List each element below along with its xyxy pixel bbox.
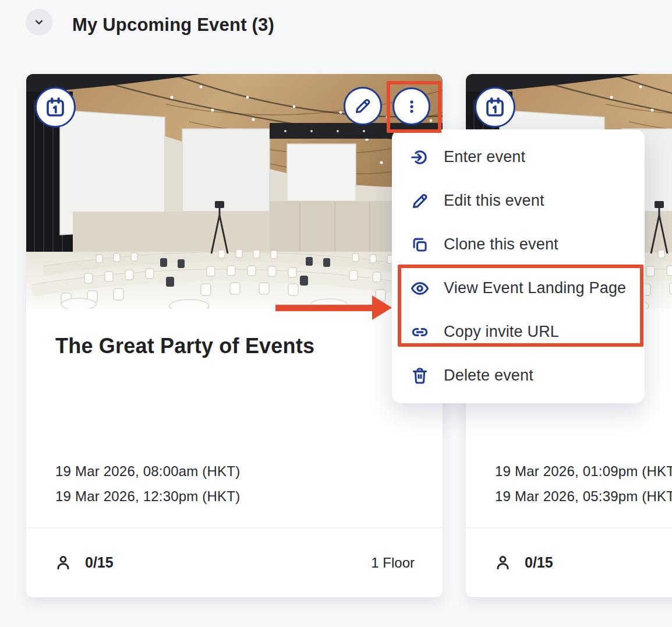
event-dates: 19 Mar 2026, 01:09pm (HKT) 19 Mar 2026, … bbox=[495, 459, 672, 509]
event-context-menu: Enter event Edit this event Clone this e… bbox=[392, 129, 645, 403]
annotation-arrow-line bbox=[275, 305, 373, 311]
section-title: My Upcoming Event (3) bbox=[72, 15, 274, 36]
attendees-count: 0/15 bbox=[85, 554, 114, 571]
chevron-down-icon bbox=[32, 15, 46, 29]
person-icon bbox=[494, 554, 512, 572]
eye-icon bbox=[410, 279, 430, 298]
menu-item-label: Copy invite URL bbox=[444, 323, 559, 341]
menu-item-copy-invite-url[interactable]: Copy invite URL bbox=[392, 310, 645, 354]
menu-item-delete-event[interactable]: Delete event bbox=[392, 354, 645, 397]
section-collapse-button[interactable] bbox=[26, 9, 52, 36]
event-start-time: 19 Mar 2026, 01:09pm (HKT) bbox=[495, 459, 672, 484]
event-end-time: 19 Mar 2026, 05:39pm (HKT) bbox=[495, 484, 672, 509]
trash-icon bbox=[410, 366, 430, 386]
event-start-time: 19 Mar 2026, 08:00am (HKT) bbox=[55, 459, 240, 484]
calendar-badge bbox=[475, 87, 515, 128]
kebab-menu-icon bbox=[403, 98, 420, 115]
event-end-time: 19 Mar 2026, 12:30pm (HKT) bbox=[55, 484, 240, 509]
event-title: The Great Party of Events bbox=[55, 334, 314, 358]
menu-item-clone-event[interactable]: Clone this event bbox=[392, 223, 645, 266]
calendar-icon bbox=[44, 96, 67, 119]
edit-event-button[interactable] bbox=[344, 87, 382, 125]
pencil-icon bbox=[410, 191, 430, 211]
menu-item-view-landing-page[interactable]: View Event Landing Page bbox=[392, 266, 645, 310]
card-footer: 0/15 1 Floor bbox=[26, 528, 443, 597]
event-card[interactable]: The Great Party of Events 19 Mar 2026, 0… bbox=[26, 74, 443, 597]
enter-event-icon bbox=[410, 147, 430, 167]
menu-item-label: Edit this event bbox=[444, 192, 544, 210]
menu-item-label: Delete event bbox=[444, 367, 533, 385]
calendar-badge bbox=[35, 87, 76, 128]
event-dates: 19 Mar 2026, 08:00am (HKT) 19 Mar 2026, … bbox=[55, 459, 240, 509]
calendar-icon bbox=[483, 96, 507, 119]
clone-icon bbox=[410, 235, 430, 255]
menu-item-edit-event[interactable]: Edit this event bbox=[392, 179, 645, 223]
menu-item-label: View Event Landing Page bbox=[444, 279, 626, 297]
menu-item-label: Clone this event bbox=[444, 235, 558, 253]
annotation-arrow-head bbox=[372, 295, 392, 320]
link-icon bbox=[410, 322, 430, 342]
more-options-button[interactable] bbox=[392, 87, 430, 125]
card-footer: 0/15 bbox=[466, 528, 672, 597]
pencil-icon bbox=[353, 96, 373, 116]
attendees-count: 0/15 bbox=[525, 554, 553, 571]
person-icon bbox=[54, 554, 72, 572]
floor-count: 1 Floor bbox=[371, 555, 415, 571]
menu-item-label: Enter event bbox=[444, 148, 525, 166]
menu-item-enter-event[interactable]: Enter event bbox=[392, 135, 645, 179]
